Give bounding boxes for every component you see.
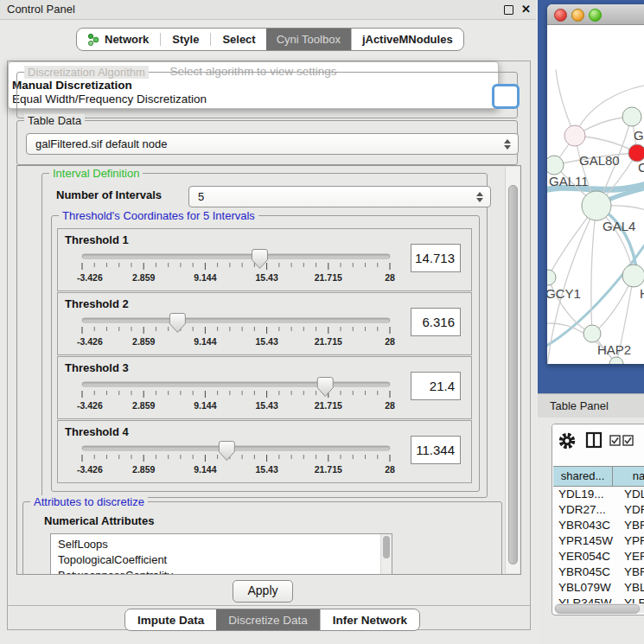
cell-name[interactable]: YBR0 xyxy=(617,518,644,533)
number-of-intervals-combobox[interactable]: 5 xyxy=(188,186,491,207)
cell-name[interactable]: YBR0 xyxy=(617,564,644,580)
tick-label: 15.43 xyxy=(255,464,277,475)
split-table-icon[interactable] xyxy=(585,431,603,449)
threshold-panel: Threshold 1-3.4262.8599.14415.4321.71528… xyxy=(57,228,472,291)
checkbox-checked-icon[interactable] xyxy=(609,435,621,446)
tab-select-label: Select xyxy=(222,33,255,46)
GAL80-node[interactable] xyxy=(564,125,585,146)
close-icon[interactable]: ✕ xyxy=(521,0,531,19)
table-row[interactable]: YBR045CYBR0 xyxy=(553,564,644,580)
table-data-title: Table Data xyxy=(24,114,85,127)
HAP2-node[interactable] xyxy=(583,325,601,342)
table-data-combobox[interactable]: galFiltered.sif default node xyxy=(26,133,519,155)
GAL4-node[interactable] xyxy=(582,191,611,220)
table-row[interactable]: YBR043CYBR0 xyxy=(553,518,644,533)
slider-track[interactable] xyxy=(82,254,390,258)
cell-shared-name[interactable]: YDL19... xyxy=(553,487,617,502)
close-traffic-light-icon[interactable] xyxy=(554,9,567,22)
H-node[interactable] xyxy=(622,265,644,287)
tab-network[interactable]: Network xyxy=(77,29,159,50)
tick-label: 28 xyxy=(385,336,395,347)
cell-shared-name[interactable]: YBR045C xyxy=(553,564,617,580)
slider-thumb[interactable] xyxy=(169,314,185,333)
column-header-shared-name[interactable]: shared... xyxy=(553,467,613,486)
tick-label: 2.859 xyxy=(132,464,155,475)
table-horizontal-scrollbar[interactable] xyxy=(554,603,644,613)
tick-label: 9.144 xyxy=(194,336,216,347)
slider-track[interactable] xyxy=(82,318,390,322)
checkbox-checked-icon[interactable] xyxy=(622,435,634,446)
table-row[interactable]: YER054CYER0 xyxy=(553,549,644,564)
gear-icon[interactable] xyxy=(558,431,577,450)
cell-shared-name[interactable]: YPR145W xyxy=(553,533,617,549)
cell-shared-name[interactable]: YER054C xyxy=(553,549,617,564)
threshold-value-field[interactable]: 14.713 xyxy=(411,244,461,272)
table-row[interactable]: YDR27...YDR2 xyxy=(553,502,644,518)
slider-thumb[interactable] xyxy=(317,378,333,397)
table-row[interactable]: YBL079WYBL0 xyxy=(553,580,644,596)
threshold-slider[interactable]: -3.4262.8599.14415.4321.71528 xyxy=(70,312,416,355)
tick-label: 9.144 xyxy=(194,464,216,475)
panel-divider xyxy=(8,605,530,606)
network-canvas[interactable]: GAL80GACGAL11GAL4GCY1HHAP2 xyxy=(547,25,644,364)
red-node[interactable] xyxy=(628,144,644,162)
tick-label: -3.426 xyxy=(77,336,103,347)
table-row[interactable]: YDL19...YDL1 xyxy=(553,487,644,502)
cell-name[interactable]: YBL0 xyxy=(617,580,644,596)
tab-cyni-toolbox[interactable]: Cyni Toolbox xyxy=(266,29,351,50)
network-window: GAL80GACGAL11GAL4GCY1HHAP2 xyxy=(547,4,644,364)
slider-thumb[interactable] xyxy=(219,442,234,461)
threshold-slider[interactable]: -3.4262.8599.14415.4321.71528 xyxy=(70,440,416,483)
float-window-icon[interactable] xyxy=(504,5,513,15)
cyni-toolbox-panel: Discretization Algorithm Select algorith… xyxy=(7,61,531,630)
tick-label: 2.859 xyxy=(132,336,155,347)
cell-name[interactable]: YER0 xyxy=(617,549,644,564)
scrollbar-thumb[interactable] xyxy=(555,604,640,614)
slider-track[interactable] xyxy=(82,446,390,450)
tab-infer-network[interactable]: Infer Network xyxy=(320,609,419,630)
tick-label: 9.144 xyxy=(194,272,216,283)
threshold-value-field[interactable]: 21.4 xyxy=(411,372,461,400)
numerical-attributes-label: Numerical Attributes xyxy=(44,514,154,527)
slider-track[interactable] xyxy=(82,382,390,386)
column-header-name[interactable]: na xyxy=(613,467,644,486)
minimize-traffic-light-icon[interactable] xyxy=(571,9,584,22)
threshold-slider[interactable]: -3.4262.8599.14415.4321.71528 xyxy=(70,376,416,419)
tick-label: 2.859 xyxy=(132,400,155,411)
zoom-traffic-light-icon[interactable] xyxy=(589,9,602,22)
settings-vertical-scrollbar[interactable] xyxy=(505,167,520,573)
cell-name[interactable]: YDL1 xyxy=(617,487,644,502)
tab-select[interactable]: Select xyxy=(212,29,265,50)
tab-discretize-data[interactable]: Discretize Data xyxy=(216,609,320,630)
cell-name[interactable]: YPR1 xyxy=(617,533,644,549)
tick-label: 15.43 xyxy=(255,400,277,411)
cell-name[interactable]: YDR2 xyxy=(617,502,644,518)
panel-title: Control Panel xyxy=(7,0,75,19)
attributes-list-scrollbar[interactable] xyxy=(380,534,392,575)
table-row[interactable]: YPR145WYPR1 xyxy=(553,533,644,549)
spinner-arrows-icon xyxy=(504,139,511,150)
attribute-list-item[interactable]: TopologicalCoefficient xyxy=(51,552,392,568)
tab-jactivemnodules[interactable]: jActiveMNodules xyxy=(351,29,463,50)
GAL11-node[interactable] xyxy=(547,156,564,175)
threshold-slider[interactable]: -3.4262.8599.14415.4321.71528 xyxy=(70,248,416,291)
scrollbar-thumb[interactable] xyxy=(508,185,518,564)
tick-label: 21.715 xyxy=(315,272,342,283)
cell-shared-name[interactable]: YDR27... xyxy=(553,502,617,518)
tab-style[interactable]: Style xyxy=(162,29,209,50)
algorithm-combobox-focus-ring[interactable] xyxy=(492,84,520,109)
threshold-label: Threshold 2 xyxy=(65,297,129,310)
cell-shared-name[interactable]: YBR043C xyxy=(553,518,617,533)
apply-button[interactable]: Apply xyxy=(233,580,293,603)
attribute-list-item[interactable]: BetweennessCentrality xyxy=(51,568,392,575)
GCY1-node[interactable] xyxy=(547,270,556,285)
node-top-right[interactable] xyxy=(622,107,641,126)
threshold-value-field[interactable]: 6.316 xyxy=(411,308,461,336)
tick-label: 21.715 xyxy=(315,336,342,347)
scrollbar-thumb[interactable] xyxy=(383,536,390,558)
threshold-value-field[interactable]: 11.344 xyxy=(411,436,461,464)
tab-impute-data[interactable]: Impute Data xyxy=(125,609,216,630)
attribute-list-item[interactable]: SelfLoops xyxy=(51,534,392,552)
network-window-titlebar[interactable] xyxy=(547,4,644,25)
cell-shared-name[interactable]: YBL079W xyxy=(553,580,617,596)
